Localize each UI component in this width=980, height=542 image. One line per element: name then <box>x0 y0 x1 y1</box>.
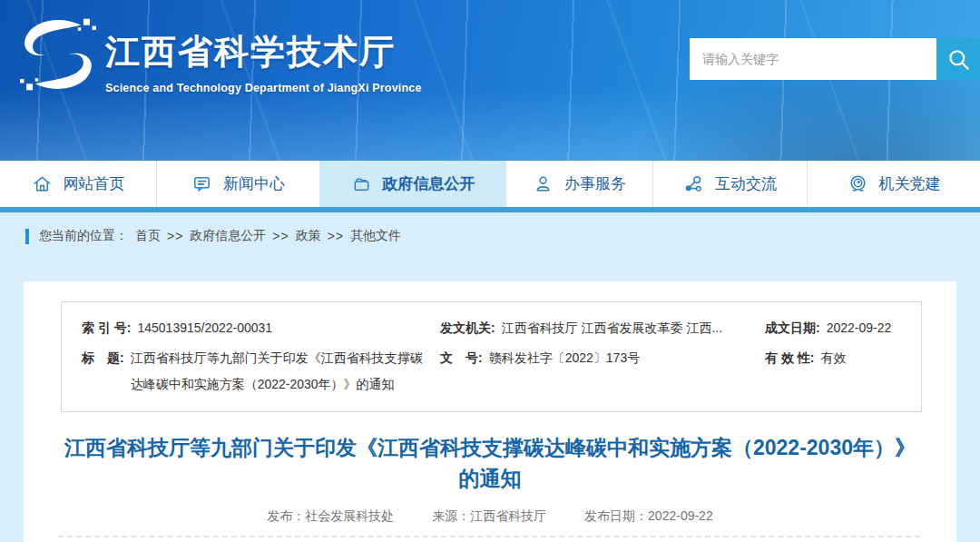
breadcrumb-separator: >> <box>167 229 183 243</box>
nav-label: 机关党建 <box>879 173 941 194</box>
nav-label: 互动交流 <box>715 173 777 194</box>
meta-source: 来源：江西省科技厅 <box>432 508 546 523</box>
doc-info-label: 有 效 性: <box>765 345 814 371</box>
interact-icon <box>683 173 704 194</box>
nav-item-home[interactable]: 网站首页 <box>0 161 157 207</box>
breadcrumb-separator: >> <box>272 229 289 243</box>
search-bar <box>690 38 980 80</box>
meta-publisher-label: 发布： <box>267 508 305 523</box>
doc-info-label: 索 引 号: <box>82 315 131 341</box>
doc-info-number: 文 号: 赣科发社字〔2022〕173号 <box>440 345 765 398</box>
main-nav: 网站首页 新闻中心 政府信息公开 办事服务 <box>0 161 980 207</box>
meta-pub-date-label: 发布日期： <box>584 508 648 523</box>
doc-info-title: 标 题: 江西省科技厅等九部门关于印发《江西省科技支撑碳达峰碳中和实施方案（20… <box>62 345 440 398</box>
content-card: 索 引 号: 145013915/2022-00031 发文机关: 江西省科技厅… <box>24 281 956 542</box>
doc-info-label: 成文日期: <box>765 315 820 341</box>
doc-info-validity: 有 效 性: 有效 <box>765 345 921 398</box>
doc-info-label: 发文机关: <box>440 315 495 341</box>
search-icon <box>946 47 971 72</box>
doc-info-value: 有效 <box>820 345 846 371</box>
meta-source-value: 江西省科技厅 <box>470 508 546 523</box>
breadcrumb-item-other-docs[interactable]: 其他文件 <box>350 228 401 244</box>
nav-item-services[interactable]: 办事服务 <box>506 161 653 207</box>
search-input[interactable] <box>690 38 936 80</box>
page: 江西省科学技术厅 Science and Technology Departme… <box>0 0 980 542</box>
search-button[interactable] <box>936 38 980 80</box>
doc-info-label: 文 号: <box>440 345 483 371</box>
breadcrumb-item-gov-info[interactable]: 政府信息公开 <box>190 228 266 244</box>
meta-pub-date-value: 2022-09-22 <box>648 508 713 523</box>
news-icon <box>191 173 212 194</box>
nav-label: 政府信息公开 <box>383 173 475 194</box>
doc-info-value: 江西省科技厅等九部门关于印发《江西省科技支撑碳达峰碳中和实施方案（2022-20… <box>131 345 431 398</box>
doc-info-issuer: 发文机关: 江西省科技厅 江西省发展改革委 江西... <box>440 315 765 341</box>
doc-info-value: 江西省科技厅 江西省发展改革委 江西... <box>502 315 722 341</box>
breadcrumb-item-policy[interactable]: 政策 <box>296 228 321 244</box>
nav-label: 办事服务 <box>564 173 626 194</box>
meta-pub-date: 发布日期：2022-09-22 <box>584 508 713 523</box>
home-icon <box>32 173 53 194</box>
doc-info-value: 赣科发社字〔2022〕173号 <box>489 345 641 371</box>
doc-info-date: 成文日期: 2022-09-22 <box>765 315 921 341</box>
doc-info-index: 索 引 号: 145013915/2022-00031 <box>62 315 440 341</box>
article-title: 江西省科技厅等九部门关于印发《江西省科技支撑碳达峰碳中和实施方案（2022-20… <box>60 432 920 494</box>
breadcrumb-separator: >> <box>328 229 344 243</box>
meta-source-label: 来源： <box>432 508 470 523</box>
article-meta: 发布：社会发展科技处 来源：江西省科技厅 发布日期：2022-09-22 <box>24 508 956 525</box>
breadcrumb-item-home[interactable]: 首页 <box>135 228 161 244</box>
divider-dashed <box>58 536 920 537</box>
site-logo[interactable]: 江西省科学技术厅 Science and Technology Departme… <box>15 13 422 96</box>
nav-item-interaction[interactable]: 互动交流 <box>653 161 808 207</box>
breadcrumb: 您当前的位置： 首页 >> 政府信息公开 >> 政策 >> 其他文件 <box>25 228 980 244</box>
meta-publisher-value: 社会发展科技处 <box>305 508 394 523</box>
nav-item-party[interactable]: 机关党建 <box>808 161 980 207</box>
doc-info-table: 索 引 号: 145013915/2022-00031 发文机关: 江西省科技厅… <box>61 301 922 412</box>
site-title: 江西省科学技术厅 <box>105 29 422 75</box>
breadcrumb-accent-bar <box>25 229 29 244</box>
breadcrumb-zone: 您当前的位置： 首页 >> 政府信息公开 >> 政策 >> 其他文件 <box>0 212 980 281</box>
nav-label: 网站首页 <box>64 173 125 194</box>
doc-info-label: 标 题: <box>82 345 124 371</box>
nav-item-news[interactable]: 新闻中心 <box>157 161 320 207</box>
gov-info-icon <box>351 173 372 194</box>
meta-publisher: 发布：社会发展科技处 <box>267 508 394 523</box>
breadcrumb-prefix: 您当前的位置： <box>39 228 128 244</box>
party-icon <box>848 173 868 194</box>
site-header: 江西省科学技术厅 Science and Technology Departme… <box>0 0 980 161</box>
nav-label: 新闻中心 <box>223 173 285 194</box>
site-subtitle: Science and Technology Department of Jia… <box>105 82 422 94</box>
logo-swoosh-icon <box>15 13 102 96</box>
service-icon <box>533 173 554 194</box>
nav-item-gov-info[interactable]: 政府信息公开 <box>320 161 506 207</box>
doc-info-value: 145013915/2022-00031 <box>137 315 272 341</box>
doc-info-value: 2022-09-22 <box>827 315 892 341</box>
